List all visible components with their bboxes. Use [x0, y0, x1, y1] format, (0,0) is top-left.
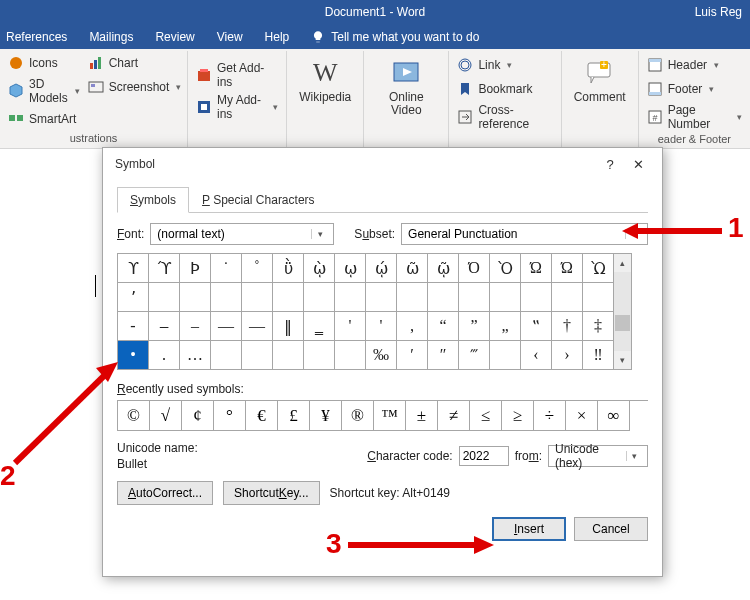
ribbon-bookmark[interactable]: Bookmark: [457, 79, 552, 99]
symbol-cell[interactable]: Ὸ: [490, 254, 521, 283]
symbol-cell[interactable]: ʼ: [118, 283, 149, 312]
symbol-cell[interactable]: [273, 283, 304, 312]
symbol-cell[interactable]: Ϸ: [180, 254, 211, 283]
tab-view[interactable]: View: [217, 30, 243, 44]
autocorrect-button[interactable]: AutoCorrect...: [117, 481, 213, 505]
symbol-cell[interactable]: [273, 341, 304, 370]
ribbon-icons[interactable]: Icons: [8, 53, 80, 73]
symbol-cell[interactable]: [459, 283, 490, 312]
symbol-cell[interactable]: –: [180, 312, 211, 341]
close-button[interactable]: ✕: [624, 150, 652, 178]
ribbon-comment[interactable]: + Comment: [570, 53, 630, 104]
symbol-cell[interactable]: [335, 341, 366, 370]
recent-symbol-cell[interactable]: ¢: [182, 401, 214, 431]
symbol-cell[interactable]: [211, 283, 242, 312]
scroll-thumb[interactable]: [615, 315, 630, 331]
symbol-cell[interactable]: [397, 283, 428, 312]
ribbon-get-addins[interactable]: Get Add-ins: [196, 61, 278, 89]
symbol-cell[interactable]: —: [211, 312, 242, 341]
symbol-cell[interactable]: [521, 283, 552, 312]
ribbon-smartart[interactable]: SmartArt: [8, 109, 80, 129]
symbol-cell[interactable]: [149, 283, 180, 312]
scroll-up-button[interactable]: ▴: [614, 254, 631, 272]
tab-references[interactable]: References: [6, 30, 67, 44]
symbol-cell[interactable]: ′: [397, 341, 428, 370]
font-select[interactable]: (normal text) ▾: [150, 223, 334, 245]
symbol-cell[interactable]: ῷ: [428, 254, 459, 283]
tab-special-characters[interactable]: P Special CharactersSpecial Characters: [189, 187, 328, 213]
symbol-cell[interactable]: ˙: [211, 254, 242, 283]
symbol-cell[interactable]: [428, 283, 459, 312]
recent-symbol-cell[interactable]: €: [246, 401, 278, 431]
symbol-cell[interactable]: -: [118, 312, 149, 341]
symbol-cell[interactable]: [490, 283, 521, 312]
ribbon-wikipedia[interactable]: W Wikipedia: [295, 53, 355, 104]
symbol-cell[interactable]: Ώ: [521, 254, 552, 283]
shortcut-key-button[interactable]: Shortcut Key...: [223, 481, 320, 505]
recent-symbol-cell[interactable]: £: [278, 401, 310, 431]
help-button[interactable]: ?: [596, 150, 624, 178]
symbol-cell[interactable]: [366, 283, 397, 312]
symbol-cell[interactable]: [211, 341, 242, 370]
symbol-cell[interactable]: ”: [459, 312, 490, 341]
symbol-cell[interactable]: [242, 341, 273, 370]
symbol-cell[interactable]: ‼: [583, 341, 614, 370]
recent-symbol-cell[interactable]: ±: [406, 401, 438, 431]
recent-symbol-cell[interactable]: ¥: [310, 401, 342, 431]
from-select[interactable]: Unicode (hex) ▾: [548, 445, 648, 467]
symbol-cell[interactable]: Ὼ: [583, 254, 614, 283]
tab-mailings[interactable]: Mailings: [89, 30, 133, 44]
symbol-cell[interactable]: ‹: [521, 341, 552, 370]
symbol-cell[interactable]: .: [149, 341, 180, 370]
ribbon-screenshot[interactable]: Screenshot ▾: [88, 77, 182, 97]
ribbon-page-number[interactable]: # Page Number ▾: [647, 103, 742, 131]
symbol-cell[interactable]: ϓ: [149, 254, 180, 283]
symbol-cell[interactable]: [583, 283, 614, 312]
scroll-down-button[interactable]: ▾: [614, 351, 631, 369]
symbol-cell[interactable]: Ό: [459, 254, 490, 283]
ribbon-my-addins[interactable]: My Add-ins ▾: [196, 93, 278, 121]
ribbon-link[interactable]: Link ▾: [457, 55, 552, 75]
recent-symbol-cell[interactable]: ≤: [470, 401, 502, 431]
symbol-cell[interactable]: ‒: [149, 312, 180, 341]
recent-symbol-cell[interactable]: ™: [374, 401, 406, 431]
recent-symbol-cell[interactable]: ×: [566, 401, 598, 431]
symbol-cell[interactable]: ῢ: [273, 254, 304, 283]
symbol-cell[interactable]: ‗: [304, 312, 335, 341]
ribbon-header[interactable]: Header ▾: [647, 55, 742, 75]
ribbon-online-video[interactable]: Online Video: [372, 53, 440, 117]
recent-symbol-cell[interactable]: ≠: [438, 401, 470, 431]
symbol-cell[interactable]: [304, 283, 335, 312]
symbol-cell[interactable]: [304, 341, 335, 370]
recent-symbol-cell[interactable]: ∞: [598, 401, 630, 431]
symbol-cell[interactable]: [552, 283, 583, 312]
tab-help[interactable]: Help: [265, 30, 290, 44]
symbol-cell[interactable]: [180, 283, 211, 312]
character-code-input[interactable]: [459, 446, 509, 466]
symbol-cell[interactable]: ›: [552, 341, 583, 370]
ribbon-3d-models[interactable]: 3D Models ▾: [8, 77, 80, 105]
ribbon-cross-reference[interactable]: Cross-reference: [457, 103, 552, 131]
recent-symbol-cell[interactable]: ≥: [502, 401, 534, 431]
tell-me-box[interactable]: Tell me what you want to do: [311, 30, 479, 44]
symbol-cell[interactable]: Ώ: [552, 254, 583, 283]
symbol-cell[interactable]: ″: [428, 341, 459, 370]
symbol-cell[interactable]: ϒ: [118, 254, 149, 283]
symbol-cell[interactable]: …: [180, 341, 211, 370]
symbol-cell[interactable]: ': [335, 312, 366, 341]
recent-symbol-cell[interactable]: √: [150, 401, 182, 431]
symbol-cell[interactable]: “: [428, 312, 459, 341]
recent-symbol-cell[interactable]: °: [214, 401, 246, 431]
tab-review[interactable]: Review: [155, 30, 194, 44]
symbol-cell[interactable]: [335, 283, 366, 312]
symbol-cell[interactable]: ‰: [366, 341, 397, 370]
scroll-track[interactable]: [614, 272, 631, 351]
symbol-cell[interactable]: ‴: [459, 341, 490, 370]
symbol-cell[interactable]: ῳ: [335, 254, 366, 283]
cancel-button[interactable]: Cancel: [574, 517, 648, 541]
symbol-cell[interactable]: ‟: [521, 312, 552, 341]
symbol-cell[interactable]: ‡: [583, 312, 614, 341]
symbol-cell[interactable]: [242, 283, 273, 312]
recent-symbol-cell[interactable]: ®: [342, 401, 374, 431]
recent-symbol-cell[interactable]: ÷: [534, 401, 566, 431]
